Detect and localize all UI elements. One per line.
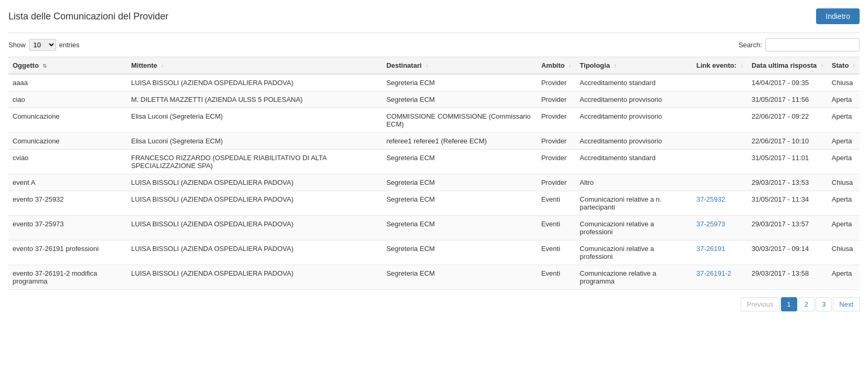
- cell-stato: Chiusa: [828, 74, 860, 91]
- back-button[interactable]: Indietro: [816, 8, 860, 24]
- sort-icon-oggetto: ⇅: [42, 63, 47, 69]
- cell-link-evento: [692, 133, 747, 150]
- cell-ambito: Provider: [537, 150, 575, 174]
- search-label: Search:: [738, 41, 762, 49]
- search-input[interactable]: [765, 38, 860, 51]
- col-data-ultima-risposta[interactable]: Data ultima risposta ↑: [747, 57, 828, 75]
- cell-link-evento: [692, 91, 747, 108]
- cell-oggetto: cviao: [8, 150, 127, 174]
- cell-tipologia: Accreditamento provvisorio: [575, 133, 692, 150]
- entries-select[interactable]: 10 25 50 100: [29, 39, 56, 51]
- cell-ambito: Provider: [537, 174, 575, 191]
- cell-ambito: Eventi: [537, 191, 575, 216]
- col-mittente[interactable]: Mittente ↑: [127, 57, 382, 75]
- cell-link-evento: [692, 108, 747, 133]
- col-oggetto[interactable]: Oggetto ⇅: [8, 57, 127, 75]
- pagination-next[interactable]: Next: [833, 297, 860, 311]
- cell-stato: Aperta: [828, 265, 860, 290]
- col-stato[interactable]: Stato ↑: [828, 57, 860, 75]
- col-link-evento[interactable]: Link evento: ↑: [692, 57, 747, 75]
- cell-oggetto: Comunicazione: [8, 133, 127, 150]
- cell-oggetto: evento 37-25932: [8, 191, 127, 216]
- cell-link-evento: [692, 150, 747, 174]
- cell-data-risposta: 22/06/2017 - 09:22: [747, 108, 828, 133]
- page-title: Lista delle Comunicazioni del Provider: [8, 11, 168, 22]
- cell-tipologia: Accreditamento provvisorio: [575, 91, 692, 108]
- link-evento-anchor[interactable]: 37-26191-2: [696, 269, 732, 277]
- cell-mittente: LUISA BISSOLI (AZIENDA OSPEDALIERA PADOV…: [127, 174, 382, 191]
- cell-link-evento: 37-25973: [692, 216, 747, 240]
- link-evento-anchor[interactable]: 37-25932: [696, 195, 725, 203]
- cell-destinatari: Segreteria ECM: [382, 265, 537, 290]
- cell-link-evento: [692, 174, 747, 191]
- table-row: evento 37-26191-2 modifica programmaLUIS…: [8, 265, 860, 290]
- table-row: ComunicazioneElisa Luconi (Segreteria EC…: [8, 108, 860, 133]
- link-evento-anchor[interactable]: 37-26191: [696, 245, 725, 253]
- link-evento-anchor[interactable]: 37-25973: [696, 220, 725, 228]
- cell-stato: Aperta: [828, 191, 860, 216]
- cell-oggetto: ciao: [8, 91, 127, 108]
- pagination-previous[interactable]: Previous: [741, 297, 780, 311]
- table-row: evento 37-25932LUISA BISSOLI (AZIENDA OS…: [8, 191, 860, 216]
- cell-destinatari: Segreteria ECM: [382, 216, 537, 240]
- cell-link-evento: 37-26191: [692, 240, 747, 265]
- pagination-page-1[interactable]: 1: [781, 297, 797, 311]
- table-row: ciaoM. DILETTA MAZZETTI (AZIENDA ULSS 5 …: [8, 91, 860, 108]
- col-destinatari[interactable]: Destinatari ↑: [382, 57, 537, 75]
- cell-stato: Aperta: [828, 108, 860, 133]
- cell-tipologia: Comunicazioni relative a professioni: [575, 216, 692, 240]
- cell-tipologia: Altro: [575, 174, 692, 191]
- cell-tipologia: Comunicazioni relative a n. partecipanti: [575, 191, 692, 216]
- col-tipologia[interactable]: Tipologia ↑: [575, 57, 692, 75]
- cell-ambito: Provider: [537, 108, 575, 133]
- cell-data-risposta: 31/05/2017 - 11:56: [747, 91, 828, 108]
- cell-oggetto: aaaa: [8, 74, 127, 91]
- sort-icon-link: ↑: [741, 63, 743, 69]
- cell-mittente: LUISA BISSOLI (AZIENDA OSPEDALIERA PADOV…: [127, 216, 382, 240]
- cell-ambito: Eventi: [537, 216, 575, 240]
- cell-destinatari: Segreteria ECM: [382, 91, 537, 108]
- cell-mittente: LUISA BISSOLI (AZIENDA OSPEDALIERA PADOV…: [127, 74, 382, 91]
- cell-tipologia: Comunicazione relative a programma: [575, 265, 692, 290]
- cell-tipologia: Comunicazioni relative a professioni: [575, 240, 692, 265]
- sort-icon-data: ↑: [821, 63, 823, 69]
- cell-stato: Aperta: [828, 91, 860, 108]
- cell-mittente: LUISA BISSOLI (AZIENDA OSPEDALIERA PADOV…: [127, 240, 382, 265]
- cell-oggetto: evento 37-26191-2 modifica programma: [8, 265, 127, 290]
- cell-oggetto: evento 37-26191 professioni: [8, 240, 127, 265]
- sort-icon-mittente: ↑: [161, 63, 164, 69]
- cell-stato: Chiusa: [828, 240, 860, 265]
- sort-icon-destinatari: ↑: [425, 63, 428, 69]
- table-header-row: Oggetto ⇅ Mittente ↑ Destinatari ↑ Ambit…: [8, 57, 860, 75]
- cell-destinatari: Segreteria ECM: [382, 174, 537, 191]
- table-row: cviaoFRANCESCO RIZZARDO (OSPEDALE RIABIL…: [8, 150, 860, 174]
- cell-tipologia: Accreditamento standard: [575, 150, 692, 174]
- table-row: aaaaLUISA BISSOLI (AZIENDA OSPEDALIERA P…: [8, 74, 860, 91]
- sort-icon-ambito: ↑: [569, 63, 571, 69]
- cell-stato: Aperta: [828, 150, 860, 174]
- cell-mittente: M. DILETTA MAZZETTI (AZIENDA ULSS 5 POLE…: [127, 91, 382, 108]
- cell-link-evento: [692, 74, 747, 91]
- table-row: evento 37-26191 professioniLUISA BISSOLI…: [8, 240, 860, 265]
- search-box: Search:: [738, 38, 860, 51]
- cell-data-risposta: 31/05/2017 - 11:34: [747, 191, 828, 216]
- show-entries-control: Show 10 25 50 100 entries: [8, 39, 80, 51]
- cell-destinatari: Segreteria ECM: [382, 191, 537, 216]
- pagination-page-3[interactable]: 3: [816, 297, 832, 311]
- pagination-page-2[interactable]: 2: [798, 297, 815, 311]
- col-ambito[interactable]: Ambito ↑: [537, 57, 575, 75]
- cell-ambito: Provider: [537, 74, 575, 91]
- cell-mittente: FRANCESCO RIZZARDO (OSPEDALE RIABILITATI…: [127, 150, 382, 174]
- cell-link-evento: 37-25932: [692, 191, 747, 216]
- cell-mittente: Elisa Luconi (Segreteria ECM): [127, 133, 382, 150]
- cell-destinatari: COMMISSIONE COMMISSIONE (Commissario ECM…: [382, 108, 537, 133]
- cell-destinatari: Segreteria ECM: [382, 240, 537, 265]
- table-row: event ALUISA BISSOLI (AZIENDA OSPEDALIER…: [8, 174, 860, 191]
- pagination: Previous 1 2 3 Next: [8, 297, 860, 311]
- communications-table: Oggetto ⇅ Mittente ↑ Destinatari ↑ Ambit…: [8, 57, 860, 290]
- cell-ambito: Eventi: [537, 240, 575, 265]
- cell-data-risposta: 29/03/2017 - 13:58: [747, 265, 828, 290]
- cell-oggetto: evento 37-25973: [8, 216, 127, 240]
- cell-tipologia: Accreditamento provvisorio: [575, 108, 692, 133]
- entries-label: entries: [59, 41, 80, 49]
